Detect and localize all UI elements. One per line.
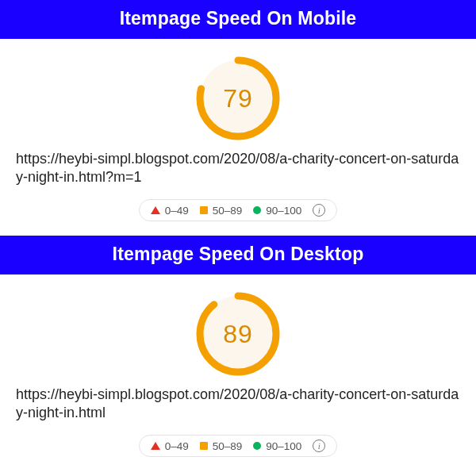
legend-poor: 0–49 — [151, 440, 189, 452]
square-icon — [200, 206, 208, 214]
desktop-score: 89 — [196, 292, 280, 376]
legend-average-label: 50–89 — [213, 205, 243, 217]
legend-average: 50–89 — [200, 205, 243, 217]
legend-mobile: 0–49 50–89 90–100 i — [139, 199, 338, 221]
legend-good: 90–100 — [253, 440, 301, 452]
legend-good: 90–100 — [253, 205, 301, 217]
circle-icon — [253, 206, 261, 214]
desktop-section: Itempage Speed On Desktop 89 https://hey… — [0, 236, 476, 457]
mobile-header: Itempage Speed On Mobile — [0, 0, 476, 39]
desktop-gauge-wrap: 89 — [0, 274, 476, 381]
desktop-header: Itempage Speed On Desktop — [0, 236, 476, 274]
legend-poor-label: 0–49 — [165, 440, 189, 452]
legend-poor-label: 0–49 — [165, 205, 189, 217]
mobile-gauge-wrap: 79 — [0, 39, 476, 145]
desktop-url: https://heybi-simpl.blogspot.com/2020/08… — [0, 381, 476, 427]
legend-poor: 0–49 — [151, 205, 189, 217]
triangle-icon — [151, 206, 160, 214]
info-icon[interactable]: i — [313, 440, 325, 452]
info-icon[interactable]: i — [313, 204, 325, 217]
legend-average: 50–89 — [200, 440, 243, 452]
mobile-url: https://heybi-simpl.blogspot.com/2020/08… — [0, 145, 476, 191]
mobile-gauge: 79 — [196, 56, 280, 140]
legend-good-label: 90–100 — [266, 205, 301, 217]
mobile-section: Itempage Speed On Mobile 79 https://heyb… — [0, 0, 476, 221]
legend-desktop: 0–49 50–89 90–100 i — [139, 435, 338, 457]
square-icon — [200, 442, 208, 450]
triangle-icon — [151, 442, 160, 450]
legend-good-label: 90–100 — [266, 440, 301, 452]
legend-average-label: 50–89 — [213, 440, 243, 452]
mobile-score: 79 — [196, 56, 280, 140]
circle-icon — [253, 442, 261, 450]
desktop-gauge: 89 — [196, 292, 280, 376]
